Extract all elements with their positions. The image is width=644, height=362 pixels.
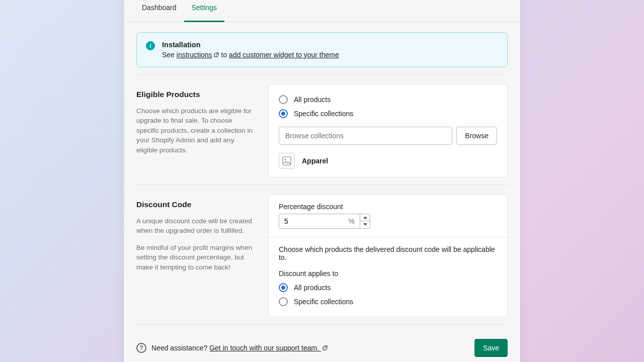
number-stepper — [360, 214, 370, 229]
selected-collection-row: Apparel — [279, 153, 497, 169]
svg-point-3 — [284, 158, 286, 160]
eligible-radio-all[interactable]: All products — [279, 93, 497, 107]
stepper-down[interactable] — [360, 221, 370, 228]
image-placeholder-icon — [279, 153, 295, 169]
radio-icon — [279, 109, 288, 118]
discount-note: Choose which products the delivered disc… — [279, 245, 497, 261]
external-link-icon — [213, 51, 219, 57]
eligible-desc: Choose which products are eligible for u… — [136, 106, 254, 155]
stepper-up[interactable] — [360, 214, 370, 222]
discount-desc1: A unique discount code will be created w… — [136, 216, 254, 236]
banner-text: See instructions to add customer widget … — [162, 51, 339, 59]
tab-settings[interactable]: Settings — [184, 0, 225, 22]
divider — [136, 185, 508, 185]
collection-name: Apparel — [302, 157, 328, 165]
tabs: Dashboard Settings — [124, 0, 520, 22]
browse-button[interactable]: Browse — [456, 127, 497, 145]
percent-label: Percentage discount — [279, 203, 497, 211]
save-button[interactable]: Save — [474, 339, 508, 357]
eligible-products-section: Eligible Products Choose which products … — [136, 84, 508, 177]
external-link-icon — [322, 344, 328, 350]
percent-sign: % — [349, 217, 355, 225]
discount-radio-all[interactable]: All products — [279, 281, 497, 295]
discount-desc2: Be mindful of your profit margins when s… — [136, 243, 254, 273]
add-widget-link[interactable]: add customer widget to your theme — [229, 51, 339, 59]
radio-icon — [279, 283, 288, 292]
help-icon: ? — [136, 343, 146, 353]
discount-code-section: Discount Code A unique discount code wil… — [136, 194, 508, 317]
radio-icon — [279, 95, 288, 104]
divider — [136, 324, 508, 325]
installation-banner: Installation See instructions to add cus… — [136, 32, 508, 67]
eligible-heading: Eligible Products — [136, 90, 254, 99]
divider — [136, 74, 508, 75]
discount-radio-specific[interactable]: Specific collections — [279, 295, 497, 309]
radio-icon — [279, 297, 288, 306]
info-icon — [146, 41, 155, 50]
eligible-radio-specific[interactable]: Specific collections — [279, 107, 497, 121]
svg-point-0 — [150, 43, 151, 44]
applies-label: Discount applies to — [279, 269, 497, 278]
help-text: Need assistance? Get in touch with our s… — [151, 344, 328, 352]
footer: ? Need assistance? Get in touch with our… — [136, 334, 508, 357]
svg-rect-1 — [150, 45, 151, 48]
instructions-link[interactable]: instructions — [177, 51, 219, 59]
support-link[interactable]: Get in touch with our support team. — [209, 344, 328, 352]
tab-dashboard[interactable]: Dashboard — [134, 0, 184, 22]
browse-collections-input[interactable] — [279, 127, 452, 145]
settings-card: Dashboard Settings Installation See inst… — [124, 0, 520, 362]
discount-heading: Discount Code — [136, 200, 254, 209]
percent-input[interactable] — [284, 217, 349, 225]
banner-title: Installation — [162, 41, 339, 49]
